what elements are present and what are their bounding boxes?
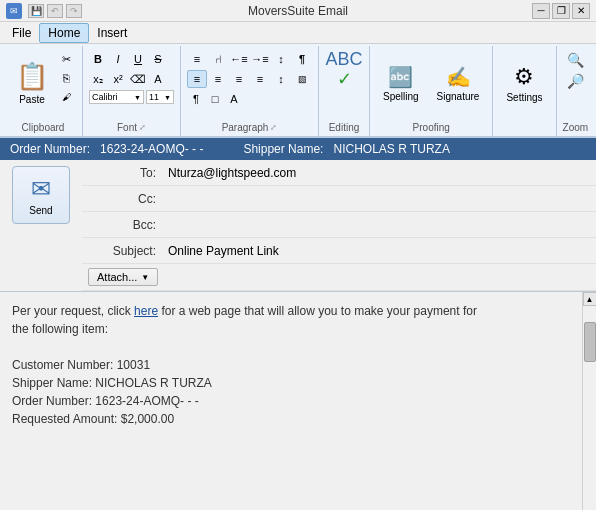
menu-file[interactable]: File [4,24,39,42]
signature-button[interactable]: ✍ Signature [430,50,487,116]
payment-link[interactable]: here [134,304,158,318]
zoom-out-button[interactable]: 🔎 [563,71,587,91]
signature-icon: ✍ [446,65,471,89]
underline-button[interactable]: U [129,50,147,68]
italic-button[interactable]: I [109,50,127,68]
cc-input[interactable] [168,192,592,206]
bullet-list-button[interactable]: ≡ [187,50,207,68]
ribbon-clipboard-group: 📋 Paste ✂ ⎘ 🖌 Clipboard [4,46,83,136]
indent-decrease-button[interactable]: ←≡ [229,50,249,68]
cc-row: Cc: [82,186,596,212]
ribbon-settings-group: ⚙ Settings [493,46,556,136]
format-painter-button[interactable]: 🖌 [56,88,76,106]
show-hide-button[interactable]: ¶ [292,50,312,68]
restore-button[interactable]: ❐ [552,3,570,19]
bcc-row: Bcc: [82,212,596,238]
form-fields: To: Cc: Bcc: Subject: [82,160,596,291]
body-paragraph-2: the following item: [12,320,570,338]
ribbon-zoom-group: 🔍 🔎 Zoom [557,46,595,136]
attach-label: Attach... [97,271,137,283]
paste-label: Paste [19,94,45,105]
body-paragraph-1: Per your request, click here for a web p… [12,302,570,320]
main-content: ✉ Send To: Cc: Bcc: [0,160,596,510]
attach-dropdown-icon: ▼ [141,273,149,282]
body-text-2: for a web page that will allow you to ma… [158,304,477,318]
quick-access-redo[interactable]: ↷ [66,4,82,18]
menu-home[interactable]: Home [39,23,89,43]
order-value: 1623-24-AOMQ- - - [100,142,203,156]
window-controls: ─ ❐ ✕ [532,3,590,19]
align-left-button[interactable]: ≡ [187,70,207,88]
proofing-label: Proofing [413,122,450,133]
settings-label: Settings [506,92,542,103]
signature-label: Signature [437,91,480,102]
settings-button[interactable]: ⚙ Settings [499,50,549,116]
scroll-thumb[interactable] [584,322,596,362]
strikethrough-button[interactable]: S [149,50,167,68]
send-area: ✉ Send [0,160,82,291]
sort-button[interactable]: ↕ [271,50,291,68]
copy-button[interactable]: ⎘ [56,69,76,87]
paragraph-style-button[interactable]: ¶ [187,90,205,108]
info-bar: Order Number: 1623-24-AOMQ- - - Shipper … [0,138,596,160]
bcc-input[interactable] [168,218,592,232]
quick-access-save[interactable]: 💾 [28,4,44,18]
abc-icon: ABC [325,50,362,68]
paste-button[interactable]: 📋 Paste [10,50,54,116]
subject-input-wrapper [164,242,596,260]
superscript-button[interactable]: x² [109,70,127,88]
indent-increase-button[interactable]: →≡ [250,50,270,68]
to-label: To: [82,166,164,180]
order-label: Order Number: [10,142,90,156]
send-label: Send [29,205,52,216]
shading-button[interactable]: ▧ [292,70,312,88]
editing-label: Editing [329,122,360,133]
font-family-select[interactable]: Calibri▼ [89,90,144,104]
font-label: Font [117,122,137,133]
scroll-up-button[interactable]: ▲ [583,292,597,306]
justify-button[interactable]: ≡ [250,70,270,88]
align-center-button[interactable]: ≡ [208,70,228,88]
clipboard-label: Clipboard [22,122,65,133]
check-icon: ✓ [337,70,352,88]
highlight-button[interactable]: A [225,90,243,108]
body-text-1: Per your request, click [12,304,134,318]
cut-button[interactable]: ✂ [56,50,76,68]
attach-button[interactable]: Attach... ▼ [88,268,158,286]
font-expand-icon[interactable]: ⤢ [139,123,146,132]
email-body-wrapper: Per your request, click here for a web p… [0,292,596,510]
subject-label: Subject: [82,244,164,258]
body-amount: Requested Amount: $2,000.00 [12,410,570,428]
send-button[interactable]: ✉ Send [12,166,70,224]
body-order: Order Number: 1623-24-AOMQ- - - [12,392,570,410]
menu-insert[interactable]: Insert [89,24,135,42]
send-icon: ✉ [31,175,51,203]
font-size-select[interactable]: 11▼ [146,90,174,104]
bold-button[interactable]: B [89,50,107,68]
paragraph-label: Paragraph [222,122,269,133]
close-button[interactable]: ✕ [572,3,590,19]
align-right-button[interactable]: ≡ [229,70,249,88]
numbered-list-button[interactable]: ⑁ [208,50,228,68]
zoom-label: Zoom [563,122,589,133]
border-button[interactable]: □ [206,90,224,108]
body-shipper: Shipper Name: NICHOLAS R TURZA [12,374,570,392]
attach-area: Attach... ▼ [82,264,596,291]
paragraph-expand-icon[interactable]: ⤢ [270,123,277,132]
zoom-in-button[interactable]: 🔍 [563,50,587,70]
body-customer: Customer Number: 10031 [12,356,570,374]
ribbon: 📋 Paste ✂ ⎘ 🖌 Clipboard B I U [0,44,596,138]
font-color-button[interactable]: A [149,70,167,88]
quick-access-undo[interactable]: ↶ [47,4,63,18]
subject-input[interactable] [168,244,592,258]
spelling-button[interactable]: 🔤 Spelling [376,50,426,116]
to-input[interactable] [168,166,592,180]
subscript-button[interactable]: x₂ [89,70,107,88]
line-spacing-button[interactable]: ↕ [271,70,291,88]
shipper-label: Shipper Name: [243,142,323,156]
email-body[interactable]: Per your request, click here for a web p… [0,292,582,510]
clear-format-button[interactable]: ⌫ [129,70,147,88]
to-row: To: [82,160,596,186]
scrollbar: ▲ ▼ [582,292,596,510]
minimize-button[interactable]: ─ [532,3,550,19]
